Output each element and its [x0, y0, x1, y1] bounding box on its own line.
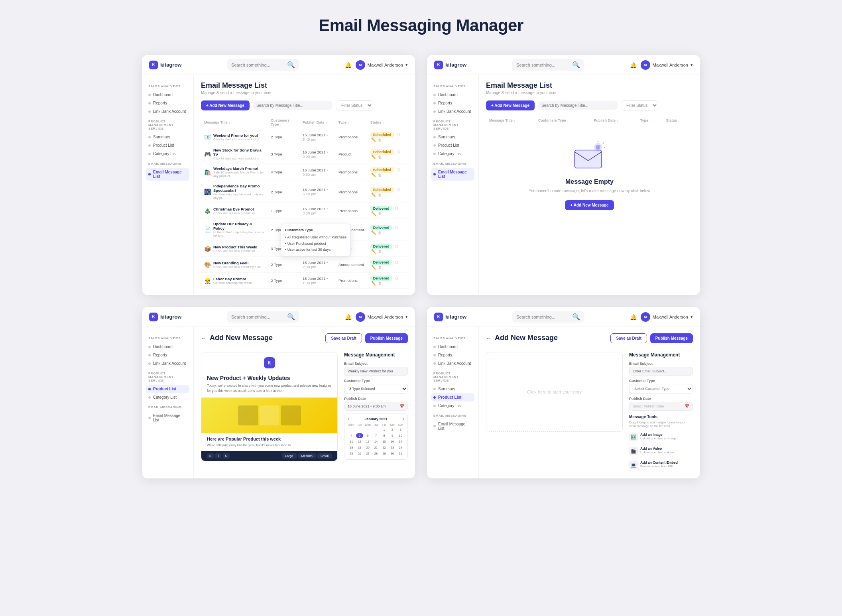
cal-next-3[interactable]: ›: [403, 417, 404, 421]
back-btn-3[interactable]: ←: [201, 335, 207, 341]
cal-cell[interactable]: 3: [397, 427, 404, 432]
sidebar-item-category-1[interactable]: Category List: [146, 150, 189, 158]
sidebar-item-dashboard-4[interactable]: Dashboard: [431, 342, 474, 351]
customer-type-select-4[interactable]: Select Customer Type: [629, 384, 693, 394]
topbar-search-2[interactable]: 🔍: [512, 59, 584, 71]
sidebar-item-reports-2[interactable]: Reports: [431, 99, 474, 107]
cal-cell[interactable]: 28: [372, 451, 380, 456]
cal-cell[interactable]: 7: [372, 433, 380, 438]
size-medium-3[interactable]: Medium: [298, 453, 316, 459]
sidebar-item-product-4[interactable]: Product List: [431, 393, 474, 401]
filter-select-2[interactable]: Filter Status: [621, 100, 658, 110]
sidebar-item-product-2[interactable]: Product List: [431, 141, 474, 150]
sidebar-item-email-4[interactable]: Email Message List: [431, 420, 474, 433]
add-new-message-btn-2[interactable]: + Add New Message: [486, 100, 535, 110]
sidebar-item-dashboard-2[interactable]: Dashboard: [431, 91, 474, 99]
cal-cell[interactable]: 15: [380, 439, 388, 444]
search-input-1[interactable]: [256, 103, 329, 108]
cal-cell[interactable]: 24: [397, 445, 404, 450]
cal-cell[interactable]: 18: [348, 445, 355, 450]
cal-cell[interactable]: 16: [389, 439, 396, 444]
cal-cell[interactable]: 21: [372, 445, 380, 450]
email-subject-value-3[interactable]: Weekly New Product for you: [344, 367, 408, 376]
italic-btn-3[interactable]: I: [215, 453, 221, 459]
cal-cell[interactable]: 23: [389, 445, 396, 450]
cal-cell[interactable]: 27: [364, 451, 372, 456]
sidebar-item-dashboard-1[interactable]: Dashboard: [146, 91, 189, 99]
save-draft-btn-3[interactable]: Save as Draft: [325, 333, 362, 343]
cal-cell[interactable]: 26: [356, 451, 364, 456]
editor-empty-4[interactable]: Click here to start your story: [486, 352, 623, 432]
sidebar-item-bank-2[interactable]: Link Bank Account: [431, 107, 474, 116]
cal-cell[interactable]: 4: [348, 433, 355, 438]
sidebar-item-product-1[interactable]: Product List: [146, 141, 189, 150]
cal-cell[interactable]: 9: [389, 433, 396, 438]
cal-cell[interactable]: 25: [348, 451, 355, 456]
cal-cell[interactable]: 2: [389, 427, 396, 432]
sidebar-item-summary-4[interactable]: Summary: [431, 385, 474, 393]
sidebar-item-category-4[interactable]: Category List: [431, 401, 474, 410]
cal-cell[interactable]: 6: [364, 433, 372, 438]
cal-cell[interactable]: 29: [380, 451, 388, 456]
search-input-2[interactable]: [541, 103, 614, 108]
publish-date-value-3[interactable]: 16 June 2021 • 9:30 am 📅: [344, 402, 408, 411]
topbar-search-input-1[interactable]: [231, 63, 285, 67]
topbar-search-input-2[interactable]: [516, 63, 570, 67]
cal-cell[interactable]: 12: [356, 439, 364, 444]
cal-cell[interactable]: 1: [380, 427, 388, 432]
topbar-search-4[interactable]: 🔍: [512, 311, 584, 323]
sidebar-item-bank-1[interactable]: Link Bank Account: [146, 107, 189, 116]
publish-date-empty-4[interactable]: Select Publish Date 📅: [629, 402, 693, 411]
search-box-1[interactable]: [253, 101, 332, 110]
email-subject-input-4[interactable]: [629, 367, 693, 376]
tool-video-4[interactable]: 🎬 Add an Video Upload or embed a video: [629, 444, 693, 458]
cal-cell[interactable]: 17: [397, 439, 404, 444]
sidebar-item-dashboard-3[interactable]: Dashboard: [146, 342, 189, 351]
cal-cell[interactable]: 8: [380, 433, 388, 438]
tool-image-4[interactable]: 🖼️ Add an Image Upload or embed an image: [629, 430, 693, 444]
topbar-search-input-3[interactable]: [231, 315, 285, 319]
cal-cell[interactable]: 31: [397, 451, 404, 456]
sidebar-item-email-3[interactable]: Email Message List: [146, 411, 189, 424]
empty-add-btn-2[interactable]: + Add New Message: [565, 200, 614, 210]
sidebar-item-reports-4[interactable]: Reports: [431, 351, 474, 359]
bold-btn-3[interactable]: B: [207, 453, 214, 459]
sidebar-item-email-2[interactable]: Email Message List: [431, 168, 474, 181]
sidebar-item-summary-2[interactable]: Summary: [431, 133, 474, 141]
filter-select-1[interactable]: Filter Status: [336, 100, 373, 110]
cal-cell[interactable]: 11: [348, 439, 355, 444]
sidebar-item-reports-3[interactable]: Reports: [146, 351, 189, 359]
size-large-3[interactable]: Large: [282, 453, 296, 459]
search-box-2[interactable]: [538, 101, 618, 110]
cal-cell[interactable]: 13: [364, 439, 372, 444]
cal-cell[interactable]: 10: [397, 433, 404, 438]
underline-btn-3[interactable]: U: [223, 453, 230, 459]
publish-btn-4[interactable]: Publish Message: [650, 333, 693, 343]
tool-embed-4[interactable]: 💻 Add an Content Embed Embed content fro…: [629, 458, 693, 472]
size-small-3[interactable]: Small: [317, 453, 332, 459]
sidebar-item-bank-4[interactable]: Link Bank Account: [431, 359, 474, 368]
sidebar-item-summary-1[interactable]: Summary: [146, 133, 189, 141]
topbar-search-input-4[interactable]: [516, 315, 570, 319]
sidebar-item-product-3[interactable]: Product List: [146, 385, 189, 393]
sidebar-item-category-3[interactable]: Category List: [146, 393, 189, 401]
sidebar-section-product-2: Product Management Service: [431, 120, 474, 130]
topbar-search-1[interactable]: 🔍: [227, 59, 299, 71]
sidebar-item-email-1[interactable]: Email Message List: [146, 168, 189, 181]
sidebar-item-reports-1[interactable]: Reports: [146, 99, 189, 107]
cal-cell[interactable]: 22: [380, 445, 388, 450]
publish-btn-3[interactable]: Publish Message: [365, 333, 408, 343]
cal-prev-3[interactable]: ‹: [348, 417, 349, 421]
cal-cell[interactable]: 19: [356, 445, 364, 450]
cal-cell[interactable]: 20: [364, 445, 372, 450]
cal-cell[interactable]: 5: [356, 433, 364, 438]
add-new-message-btn-1[interactable]: + Add New Message: [201, 100, 250, 110]
sidebar-item-category-2[interactable]: Category List: [431, 150, 474, 158]
cal-cell[interactable]: 30: [389, 451, 396, 456]
sidebar-item-bank-3[interactable]: Link Bank Account: [146, 359, 189, 368]
back-btn-4[interactable]: ←: [486, 335, 492, 341]
save-draft-btn-4[interactable]: Save as Draft: [610, 333, 647, 343]
topbar-search-3[interactable]: 🔍: [227, 311, 299, 323]
cal-cell[interactable]: 14: [372, 439, 380, 444]
customer-type-select-3[interactable]: 3 Type Selected: [344, 384, 408, 394]
